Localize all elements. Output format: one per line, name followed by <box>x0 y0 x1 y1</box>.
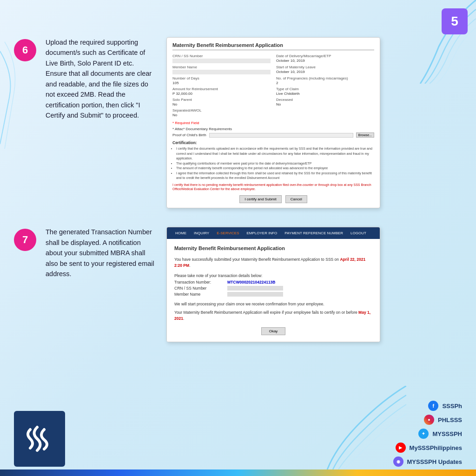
transaction-number-value: MTCW000202104224113B <box>227 280 275 284</box>
sss-logo-svg <box>21 420 58 457</box>
no-pregnancies-field: No. of Pregnancies (including miscarriag… <box>276 76 374 85</box>
certification-section: Certification: I certify that the docume… <box>172 140 374 192</box>
member-name-field: Member Name <box>172 65 271 74</box>
instagram-link[interactable]: ● PHLSSS <box>424 415 462 425</box>
amount-field: Amount for Reimbursement P 32,000.00 <box>172 87 271 96</box>
form-title: Maternity Benefit Reimbursement Applicat… <box>172 42 374 50</box>
start-maternity-field: Start of Maternity Leave October 10, 201… <box>276 65 374 74</box>
browse-button[interactable]: Browse... <box>356 132 374 138</box>
cancel-button[interactable]: Cancel <box>285 195 307 203</box>
member-row: Member Name <box>174 292 372 297</box>
twitter-icon: ✦ <box>418 429 429 439</box>
viber-handle: MYSSSPH Updates <box>407 458 462 465</box>
cert-bullet-4: I agree that the information collected t… <box>176 171 374 181</box>
facebook-link[interactable]: f SSSPh <box>428 401 462 411</box>
form-screenshot: Maternity Benefit Reimbursement Applicat… <box>166 37 380 208</box>
youtube-icon: ▶ <box>396 443 406 453</box>
sss-logo <box>14 411 65 467</box>
form-buttons: I certify and Submit Cancel <box>172 195 374 203</box>
member-field-value <box>227 292 283 297</box>
num-days-field: Number of Days 105 <box>172 76 271 85</box>
youtube-handle: MySSSPhilippines <box>410 444 462 451</box>
viber-icon: ◉ <box>393 456 403 467</box>
attach-row: * Attac* Documentary Requirements <box>172 127 374 131</box>
crn-field-value <box>227 286 283 291</box>
bottom-right-decoration <box>244 386 406 469</box>
instagram-handle: PHLSSS <box>438 416 462 423</box>
transaction-details-intro: Please take note of your transaction det… <box>174 273 372 278</box>
solo-parent-field: Solo Parent No <box>172 98 271 106</box>
viber-link[interactable]: ◉ MYSSSPH Updates <box>393 456 462 467</box>
section-6: 6 Upload the required supporting documen… <box>14 37 462 208</box>
success-screenshot: HOME INQUIRY E-SERVICES EMPLOYER INFO PA… <box>166 227 380 342</box>
section-7: 7 The generated Transaction Number shall… <box>14 227 462 342</box>
facebook-icon: f <box>428 401 438 411</box>
bottom-stripe <box>0 469 476 476</box>
okay-button[interactable]: Okay <box>261 327 286 335</box>
required-field-label: * Required Field <box>172 121 374 125</box>
facebook-handle: SSSPh <box>442 403 462 410</box>
main-content: 6 Upload the required supporting documen… <box>14 37 462 383</box>
success-message: You have successfully submitted your Mat… <box>174 257 372 269</box>
crn-value <box>172 59 271 63</box>
cert-warning: I certify that there is no pending mater… <box>172 183 374 192</box>
nav-payment[interactable]: PAYMENT REFERENCE NUMBER <box>281 230 347 236</box>
twitter-link[interactable]: ✦ MYSSSPH <box>418 429 462 439</box>
date-delivery-field: Date of Delivery/Miscarriage/ETP October… <box>276 54 374 63</box>
type-claim-field: Type of Claim Live Childbirth <box>276 87 374 96</box>
cert-bullet-2: The qualifying contributions of member w… <box>176 161 374 166</box>
crn-field: CRN / SS Number <box>172 54 271 63</box>
nav-home[interactable]: HOME <box>172 230 190 236</box>
step-7-text: The generated Transaction Number shall b… <box>46 227 157 279</box>
form-screenshot-container: Maternity Benefit Reimbursement Applicat… <box>166 37 380 208</box>
success-screenshot-container: HOME INQUIRY E-SERVICES EMPLOYER INFO PA… <box>166 227 380 342</box>
success-form-title: Maternity Benefit Reimbursement Applicat… <box>174 245 372 251</box>
member-name-value <box>172 70 271 74</box>
youtube-link[interactable]: ▶ MySSSPhilippines <box>396 443 462 453</box>
nav-employer[interactable]: EMPLOYER INFO <box>243 230 281 236</box>
separated-field: Separated/AWOL No <box>172 108 271 117</box>
step-number-badge: 5 <box>442 8 468 34</box>
form-fields-grid: CRN / SS Number Date of Delivery/Miscarr… <box>172 54 374 117</box>
crn-row: CRN / SS Number <box>174 286 372 291</box>
nav-inquiry[interactable]: INQUIRY <box>190 230 213 236</box>
step-6-circle: 6 <box>14 39 36 61</box>
nav-logout[interactable]: LOGOUT <box>347 230 370 236</box>
deceased-field: Deceased No <box>276 98 374 106</box>
transaction-number-row: Transaction Number: MTCW000202104224113B <box>174 280 372 284</box>
twitter-handle: MYSSSPH <box>432 430 462 437</box>
form-content: Maternity Benefit Reimbursement Applicat… <box>167 38 380 208</box>
cert-title: Certification: <box>172 140 374 145</box>
cert-bullet-1: I certify that the documents uploaded ar… <box>176 146 374 161</box>
proof-row: Proof of Child's Birth Browse... <box>172 132 374 138</box>
cert-bullet-3: The amount of maternity benefit correspo… <box>176 166 374 171</box>
social-links: f SSSPh ● PHLSSS ✦ MYSSSPH ▶ MySSSPhilip… <box>393 401 462 467</box>
proof-field[interactable] <box>209 133 353 138</box>
certify-submit-button[interactable]: I certify and Submit <box>239 195 281 203</box>
processing-message: We will start processing your claim once… <box>174 301 372 307</box>
nav-bar: HOME INQUIRY E-SERVICES EMPLOYER INFO PA… <box>167 227 380 239</box>
success-body: Maternity Benefit Reimbursement Applicat… <box>167 239 380 342</box>
step-6-text: Upload the required supporting document/… <box>46 37 157 121</box>
nav-eservices[interactable]: E-SERVICES <box>213 230 243 236</box>
cert-bullets-list: I certify that the documents uploaded ar… <box>172 146 374 181</box>
instagram-icon: ● <box>424 415 434 425</box>
expiry-message: Your Maternity Benefit Reimbursement App… <box>174 310 372 322</box>
step-7-circle: 7 <box>14 229 36 251</box>
